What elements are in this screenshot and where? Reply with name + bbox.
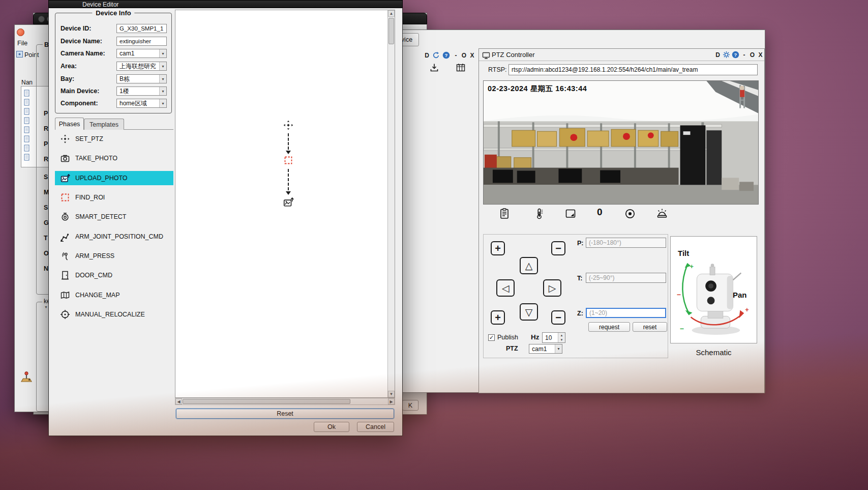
gear-icon[interactable] [723,51,730,60]
scroll-down-icon[interactable]: ▼ [388,391,395,397]
zero-counter[interactable]: 0 [597,207,603,218]
occluded-label: P [44,140,48,148]
phase-item-manual-relocalize[interactable]: MANUAL_RELOCALIZE [55,305,173,324]
cancel-button[interactable]: Cancel [357,422,394,432]
report-icon[interactable] [498,208,511,221]
zoom-in-button[interactable]: + [491,241,505,255]
flow-arrow [288,133,289,150]
phase-label: SMART_DETECT [75,213,126,220]
chevron-down-icon: ▾ [159,49,166,57]
schedule-icon[interactable] [456,63,466,74]
pan-right-button[interactable]: ▷ [543,279,561,297]
phase-item-set-ptz[interactable]: SET_PTZ [55,129,173,149]
ptz-camera-value: cam1 [532,345,547,353]
tilt-up-button[interactable]: △ [520,257,538,274]
vscroll-thumb[interactable] [388,18,394,44]
dock-detach-icon[interactable]: D [423,51,431,60]
scroll-left-icon[interactable]: ◀ [175,398,182,405]
device-id-input[interactable] [116,24,167,33]
minimize-icon[interactable]: - [452,51,460,60]
tab-phases[interactable]: Phases [55,118,84,130]
alarm-icon[interactable] [656,208,668,221]
document-icon [24,90,30,97]
resize-icon[interactable] [564,208,577,221]
zoom-input[interactable] [586,308,666,318]
upload-photo-icon [60,173,70,183]
tilt-down-button[interactable]: ▽ [520,303,538,321]
name-column-header: Nan [21,79,33,86]
scroll-right-icon[interactable]: ▶ [388,398,395,405]
joystick-icon[interactable] [20,370,33,385]
svg-text:+: + [745,306,749,313]
phase-item-take-photo[interactable]: TAKE_PHOTO [55,149,173,168]
phase-label: ARM_PRESS [75,252,114,260]
phase-item-find-roi[interactable]: FIND_ROI [55,188,173,207]
record-icon[interactable] [624,208,636,221]
chevron-down-icon: ▾ [159,87,166,95]
phase-item-arm-joint-position-cmd[interactable]: ARM_JOINT_POSITION_CMD [55,227,173,246]
tilt-input[interactable] [586,273,666,283]
spinner-down-icon[interactable]: ▼ [558,338,565,343]
ptz-camera-select[interactable]: cam1 ▾ [529,344,562,354]
float-icon[interactable]: O [460,51,468,60]
phase-item-change-map[interactable]: CHANGE_MAP [55,285,173,305]
thermometer-icon[interactable] [533,208,545,221]
hscroll-thumb[interactable] [183,399,350,404]
ok-button-fragment[interactable]: K [402,400,418,411]
hz-spinner[interactable]: 10 ▲▼ [542,332,565,343]
ptz-titlebar: PTZ Controller D ? - O X [479,49,764,61]
close-icon[interactable] [17,28,24,36]
window-control-icon[interactable] [38,16,45,22]
publish-checkbox[interactable]: ✓ [488,334,495,341]
canvas-hscrollbar[interactable]: ◀ ▶ [175,398,395,405]
reset-ptz-button[interactable]: reset [633,322,667,332]
minimize-icon[interactable]: - [740,50,748,59]
ok-button-label: Ok [327,423,336,430]
component-select[interactable]: home区域▾ [116,99,167,108]
phase-item-arm-press[interactable]: ARM_PRESS [55,246,173,266]
document-icon [24,126,30,133]
focus-in-button[interactable]: + [491,310,505,325]
menu-file[interactable]: File [17,40,27,47]
pan-input[interactable] [586,238,666,248]
focus-out-button[interactable]: − [551,310,565,325]
pan-left-button[interactable]: ◁ [496,279,515,297]
tab-templates[interactable]: Templates [84,119,124,130]
phase-item-door-cmd[interactable]: DOOR_CMD [55,266,173,285]
camera-name-select[interactable]: cam1▾ [116,49,167,58]
area-select[interactable]: 上海联想研究▾ [116,62,167,71]
float-icon[interactable]: O [749,50,756,59]
refresh-icon[interactable] [432,51,440,61]
tab-label: Phases [59,121,80,128]
zoom-out-button[interactable]: − [551,241,565,255]
close-icon[interactable]: X [757,50,764,59]
help-icon[interactable]: ? [442,51,450,61]
ok-button[interactable]: Ok [314,422,349,432]
bay-select[interactable]: B栋▾ [116,74,167,83]
rtsp-url-input[interactable] [508,64,758,75]
scroll-up-icon[interactable]: ▲ [388,10,395,17]
device-editor-titlebar[interactable]: Device Editor [48,0,403,8]
arm-joint-icon [60,232,70,242]
reset-canvas-button[interactable]: Reset [176,409,394,419]
device-name-input[interactable] [116,37,167,46]
phase-item-smart-detect[interactable]: SMART_DETECT [55,207,173,226]
spinner-up-icon[interactable]: ▲ [558,333,565,338]
main-device-select[interactable]: 1楼▾ [116,87,167,96]
svg-text:−: − [680,325,684,333]
dock-detach-icon[interactable]: D [714,50,722,59]
ptz-row-label: PTZ [506,345,518,352]
flow-node-set-ptz[interactable] [283,120,294,132]
download-icon[interactable] [429,63,439,74]
close-icon[interactable]: X [468,51,476,60]
combo-value: B栋 [119,75,130,83]
flow-node-find-roi[interactable] [283,155,293,167]
request-button[interactable]: request [588,322,630,332]
phase-item-upload-photo[interactable]: UPLOAD_PHOTO [55,168,173,188]
flow-node-upload-photo[interactable] [283,196,294,209]
canvas-vscrollbar[interactable]: ▲ ▼ [387,10,395,397]
chevron-down-icon[interactable]: ▼ [44,305,48,309]
flow-canvas[interactable]: ▲ ▼ [175,10,395,398]
help-icon[interactable]: ? [732,51,739,60]
monitor-icon [482,51,490,61]
